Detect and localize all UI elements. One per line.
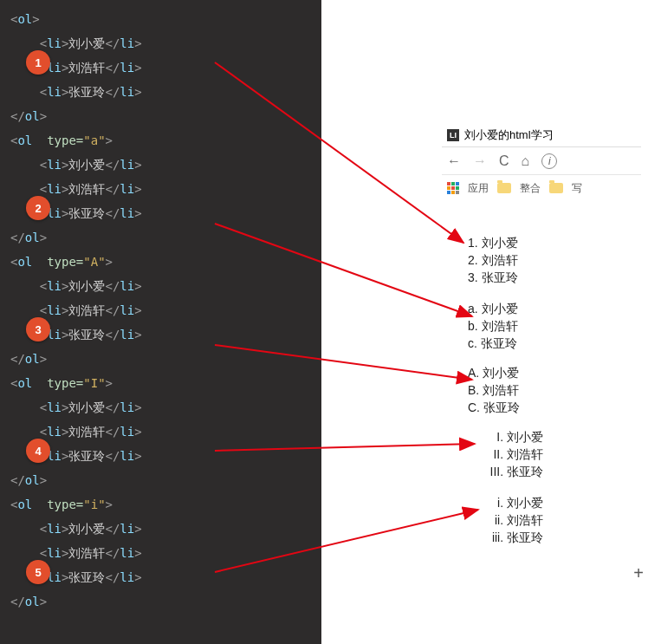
list-item: II. 刘浩轩 — [470, 446, 543, 463]
code-line: </ol> — [10, 225, 311, 250]
rendered-list-upper-roman: I. 刘小爱II. 刘浩轩III. 张亚玲 — [470, 428, 543, 480]
code-line: <li>刘小爱</li> — [10, 274, 311, 298]
list-item: iii. 张亚玲 — [470, 529, 543, 546]
code-line: <li>刘小爱</li> — [10, 153, 311, 177]
reload-button[interactable]: C — [499, 153, 509, 169]
code-line: </ol> — [10, 468, 311, 492]
rendered-list-lower-roman: i. 刘小爱ii. 刘浩轩iii. 张亚玲 — [470, 494, 543, 546]
list-item: I. 刘小爱 — [470, 428, 543, 446]
home-button[interactable]: ⌂ — [522, 153, 530, 169]
apps-label[interactable]: 应用 — [468, 181, 489, 196]
code-line: </ol> — [10, 347, 311, 371]
code-line: <li>刘小爱</li> — [10, 517, 311, 541]
annotation-badge-3: 3 — [26, 317, 50, 342]
list-item: III. 张亚玲 — [470, 463, 543, 480]
code-line: <li>刘小爱</li> — [10, 31, 311, 55]
back-button[interactable]: ← — [447, 153, 461, 169]
browser-tab-title: 刘小爱的html学习 — [464, 127, 554, 143]
code-line: <li>张亚玲</li> — [10, 201, 311, 225]
code-line: <li>刘小爱</li> — [10, 395, 311, 420]
list-item: i. 刘小爱 — [470, 494, 543, 511]
forward-button[interactable]: → — [473, 153, 487, 169]
annotation-badge-4: 4 — [26, 439, 50, 463]
favicon-icon: LI — [447, 129, 459, 141]
annotation-badge-1: 1 — [26, 50, 50, 75]
code-line: </ol> — [10, 104, 311, 128]
rendered-list-decimal: 1. 刘小爱2. 刘浩轩3. 张亚玲 — [468, 234, 518, 286]
list-item: ii. 刘浩轩 — [470, 511, 543, 529]
code-line: <li>刘浩轩</li> — [10, 177, 311, 201]
rendered-list-upper-alpha: A. 刘小爱B. 刘浩轩C. 张亚玲 — [468, 364, 520, 416]
info-icon[interactable]: i — [541, 153, 557, 169]
bookmark-bar: 应用 整合 写 — [442, 175, 641, 201]
code-line: </ol> — [10, 589, 311, 614]
bookmark-folder-2[interactable]: 写 — [572, 181, 582, 196]
cursor-crosshair-icon: + — [633, 563, 644, 583]
code-line: <li>张亚玲</li> — [10, 322, 311, 347]
list-item: 1. 刘小爱 — [468, 234, 518, 251]
code-line: <ol type="I"> — [10, 371, 311, 395]
code-line: <li>刘浩轩</li> — [10, 298, 311, 322]
browser-preview: LI 刘小爱的html学习 ← → C ⌂ i 应用 整合 写 — [442, 123, 641, 201]
list-item: a. 刘小爱 — [468, 300, 518, 317]
browser-nav-bar: ← → C ⌂ i — [442, 147, 641, 175]
code-line: <li>刘浩轩</li> — [10, 541, 311, 565]
list-item: C. 张亚玲 — [468, 399, 520, 416]
list-item: 3. 张亚玲 — [468, 269, 518, 286]
code-line: <ol type="a"> — [10, 128, 311, 153]
list-item: b. 刘浩轩 — [468, 317, 518, 335]
list-item: c. 张亚玲 — [468, 335, 518, 352]
apps-icon[interactable] — [447, 182, 459, 194]
code-line: <li>张亚玲</li> — [10, 444, 311, 468]
folder-icon[interactable] — [497, 183, 511, 193]
annotation-badge-2: 2 — [26, 196, 50, 220]
code-line: <ol type="i"> — [10, 492, 311, 517]
code-line: <ol type="A"> — [10, 250, 311, 274]
folder-icon[interactable] — [549, 183, 563, 193]
list-item: 2. 刘浩轩 — [468, 251, 518, 269]
bookmark-folder-1[interactable]: 整合 — [520, 181, 541, 196]
rendered-list-lower-alpha: a. 刘小爱b. 刘浩轩c. 张亚玲 — [468, 300, 518, 352]
code-line: <li>张亚玲</li> — [10, 565, 311, 589]
code-line: <ol> — [10, 7, 311, 31]
list-item: B. 刘浩轩 — [468, 381, 520, 399]
code-line: <li>刘浩轩</li> — [10, 420, 311, 444]
browser-tab-bar: LI 刘小爱的html学习 — [442, 123, 641, 147]
code-line: <li>刘浩轩</li> — [10, 55, 311, 80]
code-line: <li>张亚玲</li> — [10, 80, 311, 104]
list-item: A. 刘小爱 — [468, 364, 520, 381]
annotation-badge-5: 5 — [26, 560, 50, 584]
